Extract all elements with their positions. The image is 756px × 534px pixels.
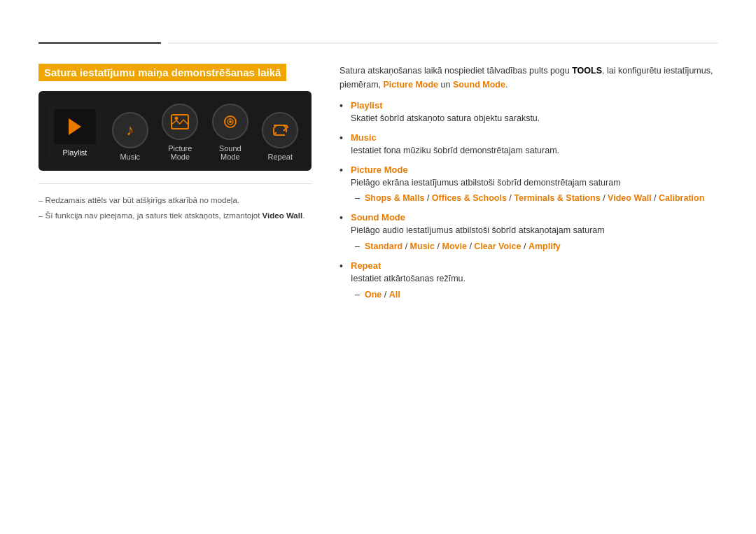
right-column: Satura atskaņošanas laikā nospiediet tāl… <box>340 64 718 309</box>
rule-dark <box>38 42 161 44</box>
divider-1 <box>38 183 312 184</box>
option-standard: Standard <box>365 241 402 251</box>
option-clear-voice: Clear Voice <box>474 241 521 251</box>
feature-desc-music: Iestatiet fona mūziku šobrīd demonstrēta… <box>351 144 718 157</box>
device-item-sound-mode[interactable]: Sound Mode <box>209 104 252 161</box>
sound-mode-label: Sound Mode <box>209 144 252 161</box>
option-amplify: Amplify <box>528 241 561 251</box>
sound-mode-options: Standard / Music / Movie / Clear Voice /… <box>351 239 718 253</box>
feature-desc-picture-mode: Pielāgo ekrāna iestatījumus atbilstoši š… <box>351 176 718 190</box>
video-wall-link: Video Wall <box>262 211 303 220</box>
device-item-picture-mode[interactable]: Picture Mode <box>159 104 202 161</box>
feature-music: Music Iestatiet fona mūziku šobrīd demon… <box>340 132 718 157</box>
repeat-sub-list: One / All <box>351 288 718 302</box>
device-item-music[interactable]: ♪ Music <box>108 112 152 161</box>
note-1: – Redzamais attēls var būt atšķirīgs atk… <box>38 194 312 206</box>
option-all: All <box>389 290 400 300</box>
sound-mode-sub-list: Standard / Music / Movie / Clear Voice /… <box>351 239 718 253</box>
option-music: Music <box>410 241 435 251</box>
content-row: Satura iestatījumu maiņa demonstrēšanas … <box>38 64 718 309</box>
device-item-playlist[interactable]: Playlist <box>48 105 102 161</box>
picture-mode-ref: Picture Mode <box>384 80 439 90</box>
picture-icon <box>171 114 189 129</box>
svg-point-1 <box>175 117 178 120</box>
picture-mode-sub-list: Shops & Malls / Offices & Schools / Term… <box>351 191 718 205</box>
note-2: – Šī funkcija nav pieejama, ja saturs ti… <box>38 209 312 222</box>
feature-title-repeat: Repeat <box>351 260 718 271</box>
music-icon-container: ♪ <box>112 112 148 148</box>
feature-repeat: Repeat Iestatiet atkārtošanas režīmu. On… <box>340 260 718 302</box>
section-title: Satura iestatījumu maiņa demonstrēšanas … <box>38 64 286 81</box>
feature-title-picture-mode: Picture Mode <box>351 164 718 175</box>
feature-playlist: Playlist Skatiet šobrīd atskaņoto satura… <box>340 100 718 125</box>
playlist-label: Playlist <box>63 148 88 157</box>
option-offices-schools: Offices & Schools <box>432 193 507 203</box>
feature-desc-sound-mode: Pielāgo audio iestatījumus atbilstoši šo… <box>351 224 718 237</box>
repeat-icon-container <box>262 112 298 148</box>
svg-point-4 <box>229 120 232 123</box>
option-calibration: Calibration <box>659 193 704 203</box>
tools-bold: TOOLS <box>572 66 602 76</box>
play-icon <box>69 118 81 135</box>
repeat-label: Repeat <box>268 153 293 161</box>
option-movie: Movie <box>442 241 466 251</box>
device-item-repeat[interactable]: Repeat <box>259 112 302 161</box>
option-terminals-stations: Terminals & Stations <box>514 193 600 203</box>
feature-title-sound-mode: Sound Mode <box>351 212 718 223</box>
page-container: Satura iestatījumu maiņa demonstrēšanas … <box>0 0 756 337</box>
sound-mode-ref: Sound Mode <box>453 80 505 90</box>
option-one: One <box>365 290 382 300</box>
top-rules <box>38 42 718 44</box>
feature-title-music: Music <box>351 132 718 143</box>
option-video-wall: Video Wall <box>608 193 652 203</box>
intro-text: Satura atskaņošanas laikā nospiediet tāl… <box>340 64 718 92</box>
sound-icon-container <box>212 104 248 140</box>
picture-mode-label: Picture Mode <box>159 144 202 161</box>
left-column: Satura iestatījumu maiņa demonstrēšanas … <box>38 64 312 309</box>
option-shops-malls: Shops & Malls <box>365 193 424 203</box>
rule-light <box>168 43 718 43</box>
sound-icon <box>221 114 239 129</box>
picture-icon-container <box>162 104 198 140</box>
repeat-icon <box>271 122 289 138</box>
feature-list: Playlist Skatiet šobrīd atskaņoto satura… <box>340 100 718 302</box>
music-label: Music <box>120 153 140 161</box>
feature-sound-mode: Sound Mode Pielāgo audio iestatījumus at… <box>340 212 718 253</box>
device-panel: Playlist ♪ Music <box>38 91 312 171</box>
feature-desc-playlist: Skatiet šobrīd atskaņoto satura objektu … <box>351 112 718 125</box>
picture-mode-options: Shops & Malls / Offices & Schools / Term… <box>351 191 718 205</box>
feature-title-playlist: Playlist <box>351 100 718 111</box>
music-icon: ♪ <box>126 122 134 138</box>
repeat-options: One / All <box>351 288 718 302</box>
feature-desc-repeat: Iestatiet atkārtošanas režīmu. <box>351 272 718 286</box>
feature-picture-mode: Picture Mode Pielāgo ekrāna iestatījumus… <box>340 164 718 206</box>
